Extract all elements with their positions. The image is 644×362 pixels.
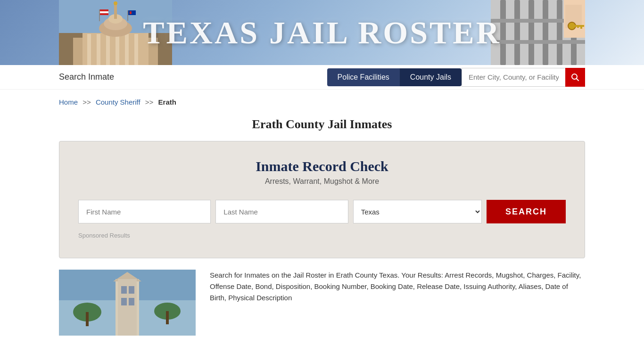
- svg-rect-48: [121, 286, 127, 294]
- svg-rect-23: [130, 11, 132, 14]
- svg-point-15: [114, 1, 117, 5]
- svg-rect-50: [121, 298, 127, 305]
- svg-rect-28: [528, 0, 534, 65]
- svg-rect-51: [129, 298, 134, 305]
- breadcrumb-home[interactable]: Home: [59, 98, 78, 106]
- svg-rect-8: [116, 34, 119, 65]
- svg-rect-14: [114, 4, 117, 19]
- svg-rect-22: [128, 10, 136, 15]
- facility-search-button[interactable]: [565, 68, 585, 87]
- state-select[interactable]: AlabamaAlaskaArizonaArkansasCaliforniaCo…: [353, 200, 482, 223]
- svg-rect-7: [106, 34, 110, 65]
- breadcrumb-county-sheriff[interactable]: County Sheriff: [96, 98, 140, 106]
- svg-rect-5: [87, 34, 91, 65]
- record-check-title: Inmate Record Check: [78, 158, 566, 174]
- svg-rect-49: [129, 286, 134, 294]
- svg-rect-20: [100, 13, 108, 15]
- search-icon: [571, 73, 579, 82]
- breadcrumb-current: Erath: [158, 98, 176, 106]
- bottom-description: Search for Inmates on the Jail Roster in…: [210, 270, 585, 336]
- main-content: Inmate Record Check Arrests, Warrant, Mu…: [0, 141, 644, 258]
- county-jails-button[interactable]: County Jails: [400, 68, 462, 86]
- svg-rect-55: [166, 311, 169, 324]
- svg-line-41: [577, 78, 579, 81]
- bottom-thumbnail: [59, 270, 196, 336]
- svg-rect-19: [100, 11, 108, 13]
- first-name-input[interactable]: [78, 200, 211, 223]
- nav-buttons: Police Facilities County Jails: [327, 68, 585, 87]
- facility-search-input[interactable]: [462, 68, 565, 87]
- svg-rect-29: [543, 0, 548, 65]
- svg-rect-38: [580, 25, 582, 29]
- inmate-search-button[interactable]: SEARCH: [487, 200, 566, 223]
- svg-rect-16: [99, 9, 100, 21]
- svg-rect-27: [514, 0, 520, 65]
- search-inmate-label: Search Inmate: [59, 72, 327, 82]
- banner-title: Texas Jail Roster: [143, 14, 501, 51]
- svg-point-36: [568, 22, 576, 30]
- page-title: Erath County Jail Inmates: [0, 111, 644, 141]
- svg-rect-10: [134, 34, 138, 65]
- header-banner: Texas Jail Roster: [0, 0, 644, 65]
- inmate-search-form: AlabamaAlaskaArizonaArkansasCaliforniaCo…: [78, 200, 566, 223]
- breadcrumb: Home >> County Sheriff >> Erath: [0, 90, 644, 111]
- last-name-input[interactable]: [215, 200, 348, 223]
- svg-rect-6: [97, 34, 100, 65]
- svg-rect-39: [577, 25, 579, 28]
- svg-rect-21: [127, 10, 128, 21]
- thumbnail-image: [59, 270, 196, 336]
- svg-rect-33: [491, 40, 585, 44]
- breadcrumb-sep-2: >>: [145, 98, 154, 106]
- svg-rect-18: [100, 9, 108, 11]
- police-facilities-button[interactable]: Police Facilities: [327, 68, 400, 86]
- bottom-section: Search for Inmates on the Jail Roster in…: [0, 270, 644, 345]
- svg-rect-37: [575, 25, 584, 27]
- record-check-box: Inmate Record Check Arrests, Warrant, Mu…: [59, 141, 585, 258]
- nav-bar: Search Inmate Police Facilities County J…: [0, 65, 644, 90]
- breadcrumb-sep-1: >>: [83, 98, 91, 106]
- sponsored-results-label: Sponsored Results: [78, 232, 566, 239]
- svg-rect-53: [86, 312, 89, 326]
- record-check-subtitle: Arrests, Warrant, Mugshot & More: [78, 177, 566, 186]
- jail-image: [491, 0, 585, 65]
- svg-rect-30: [557, 0, 562, 65]
- svg-rect-9: [125, 34, 129, 65]
